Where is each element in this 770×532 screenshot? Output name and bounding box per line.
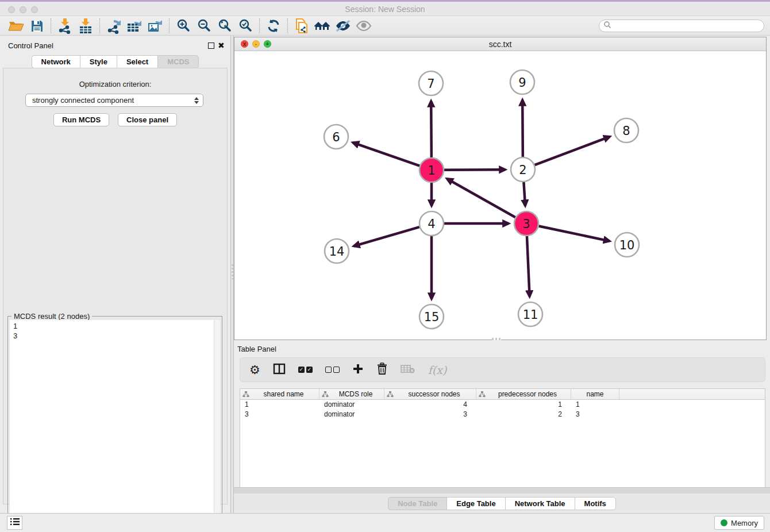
criterion-select[interactable]: strongly connected component [25, 94, 203, 107]
task-history-button[interactable] [7, 516, 22, 530]
import-table-button[interactable] [75, 17, 96, 34]
graph-edge-1-2[interactable] [444, 169, 505, 170]
graph-edge-2-3[interactable] [523, 182, 525, 206]
graph-node-6[interactable]: 6 [324, 125, 348, 149]
zoom-fit-button[interactable] [214, 17, 235, 34]
export-network-button[interactable] [103, 17, 124, 34]
cell-shared-name[interactable]: 3 [240, 410, 319, 419]
export-table-button[interactable] [124, 17, 145, 34]
memory-button[interactable]: Memory [714, 516, 764, 530]
graph-edge-2-8[interactable] [535, 137, 610, 165]
table-toolbar: ⚙ ✓ ✓ f(x) [240, 357, 765, 382]
network-canvas[interactable]: 7968124314101511 [234, 51, 766, 340]
import-network-button[interactable] [55, 17, 75, 34]
graph-edge-1-6[interactable] [353, 142, 419, 166]
criterion-selected-value: strongly connected component [26, 96, 192, 105]
graph-node-3[interactable]: 3 [514, 211, 538, 236]
column-header-predecessor-nodes[interactable]: predecessor nodes [476, 389, 571, 399]
cell-shared-name[interactable]: 1 [240, 400, 319, 410]
cell-mcds-role[interactable]: dominator [319, 410, 384, 419]
column-header-shared-name[interactable]: shared name [240, 389, 319, 399]
tab-node-table[interactable]: Node Table [388, 497, 446, 510]
zoom-in-button[interactable] [173, 17, 194, 34]
save-session-button[interactable] [26, 17, 47, 34]
graph-node-8[interactable]: 8 [614, 118, 638, 142]
search-field[interactable] [599, 20, 764, 32]
graph-node-4[interactable]: 4 [419, 211, 444, 236]
column-header-mcds-role[interactable]: MCDS role [319, 389, 384, 399]
cell-successor-nodes[interactable]: 4 [384, 400, 476, 410]
graph-edge-4-14[interactable] [354, 227, 419, 246]
open-session-button[interactable] [6, 17, 26, 34]
export-image-button[interactable] [145, 17, 165, 34]
tab-network[interactable]: Network [32, 55, 80, 68]
table-settings-button[interactable]: ⚙ [249, 362, 260, 378]
columns-icon [273, 363, 286, 377]
show-columns-button[interactable] [273, 362, 286, 378]
node-table[interactable]: shared name MCDS role successor nodes pr… [240, 388, 765, 487]
tab-network-table[interactable]: Network Table [505, 497, 575, 510]
delete-table-button[interactable] [401, 362, 415, 378]
tab-edge-table[interactable]: Edge Table [446, 497, 505, 510]
eye-icon [356, 20, 372, 32]
graph-node-14[interactable]: 14 [325, 239, 349, 263]
refresh-layout-button[interactable] [263, 17, 284, 34]
function-builder-button[interactable]: f(x) [428, 362, 447, 378]
create-column-button[interactable] [352, 362, 364, 378]
cell-predecessor-nodes[interactable]: 1 [476, 400, 571, 410]
select-all-columns-button[interactable]: ✓ ✓ [298, 362, 313, 378]
result-scrollbar[interactable] [214, 320, 220, 530]
tab-style[interactable]: Style [80, 55, 117, 68]
graph-edge-3-1[interactable] [447, 179, 515, 217]
graph-node-11[interactable]: 11 [518, 302, 542, 326]
tab-mcds[interactable]: MCDS [157, 55, 199, 68]
cell-successor-nodes[interactable]: 3 [384, 410, 476, 419]
home-icon [314, 19, 331, 33]
splitter-grip [232, 264, 233, 279]
graph-node-10[interactable]: 10 [615, 233, 639, 257]
zoom-selected-button[interactable] [235, 17, 256, 34]
frame-resize-grip[interactable] [492, 338, 501, 340]
unselect-all-columns-button[interactable] [325, 362, 340, 378]
mcds-result-list[interactable]: 1 3 [10, 320, 214, 530]
cell-mcds-role[interactable]: dominator [319, 400, 384, 410]
mcds-result-item: 1 [13, 321, 210, 331]
graph-edge-1-7[interactable] [431, 101, 432, 157]
close-panel-icon[interactable]: ✖ [218, 41, 225, 50]
column-header-successor-nodes[interactable]: successor nodes [384, 389, 476, 399]
graph-edge-2-9[interactable] [522, 100, 523, 157]
zoom-out-icon [197, 18, 211, 33]
gear-icon: ⚙ [249, 363, 260, 377]
cell-predecessor-nodes[interactable]: 2 [476, 410, 571, 419]
graph-node-9[interactable]: 9 [510, 70, 534, 94]
mcds-result-item: 3 [13, 331, 210, 341]
delete-column-button[interactable] [376, 362, 388, 378]
float-panel-icon[interactable] [208, 43, 214, 49]
network-graph[interactable]: 7968124314101511 [234, 51, 766, 340]
graph-edge-3-10[interactable] [539, 226, 610, 241]
zoom-out-button[interactable] [194, 17, 214, 34]
close-panel-button[interactable]: Close panel [118, 113, 177, 126]
column-header-name[interactable]: name [571, 389, 619, 399]
cell-name[interactable]: 1 [571, 400, 619, 410]
network-window-titlebar[interactable]: x - + scc.txt [234, 37, 766, 51]
show-all-button[interactable] [353, 17, 374, 34]
search-input[interactable] [611, 22, 764, 30]
home-layout-button[interactable] [312, 17, 333, 34]
graph-edge-3-11[interactable] [527, 236, 530, 296]
graph-node-1[interactable]: 1 [419, 158, 444, 182]
tab-motifs[interactable]: Motifs [575, 497, 616, 510]
table-row[interactable]: 1 dominator 4 1 1 [240, 400, 765, 410]
hide-selected-button[interactable] [333, 17, 353, 34]
tree-icon [242, 391, 249, 398]
toolbar-separator [99, 18, 100, 33]
run-mcds-button[interactable]: Run MCDS [53, 113, 109, 126]
table-row[interactable]: 3 dominator 3 2 3 [240, 410, 765, 419]
cell-name[interactable]: 3 [571, 410, 619, 419]
graph-node-15[interactable]: 15 [419, 304, 444, 329]
graph-node-7[interactable]: 7 [419, 71, 443, 95]
clone-network-button[interactable] [291, 17, 312, 34]
tab-select[interactable]: Select [117, 55, 157, 68]
table-panel-strip [234, 487, 770, 494]
graph-node-2[interactable]: 2 [511, 157, 535, 182]
